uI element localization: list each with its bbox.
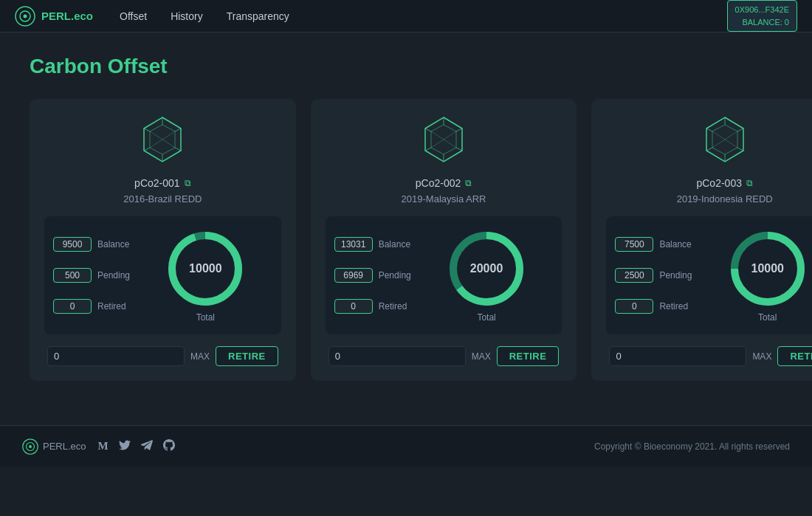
retired-label: Retired (97, 301, 126, 312)
token-subtitle: 2019-Indonesia REDD (677, 193, 773, 204)
donut-wrapper: 10000 Total (701, 228, 812, 323)
footer-icons: M (98, 439, 175, 454)
token-subtitle: 2016-Brazil REDD (123, 193, 202, 204)
retire-input[interactable] (328, 346, 466, 366)
retired-value: 0 (334, 299, 373, 314)
svg-line-20 (456, 148, 462, 151)
token-name: pCo2-001 (134, 177, 180, 189)
svg-line-18 (425, 128, 431, 131)
donut-container: 10000 (727, 228, 808, 309)
cards-row: pCo2-001 ⧉ 2016-Brazil REDD 9500 Balance… (30, 99, 782, 381)
svg-line-34 (706, 148, 712, 151)
stats-panel: 9500 Balance 500 Pending 0 Retired (44, 216, 281, 334)
pending-label: Pending (97, 270, 130, 281)
footer-logo-icon (22, 438, 38, 455)
balance-value: 9500 (53, 237, 92, 252)
total-label: Total (477, 312, 495, 323)
donut-wrapper: 10000 Total (139, 228, 272, 323)
retire-input[interactable] (47, 346, 185, 366)
retire-button[interactable]: RETIRE (777, 346, 812, 366)
twitter-icon[interactable] (119, 440, 131, 453)
external-link-icon[interactable]: ⧉ (185, 178, 191, 188)
card-pco2-001: pCo2-001 ⧉ 2016-Brazil REDD 9500 Balance… (30, 99, 296, 381)
stats-labels: 7500 Balance 2500 Pending 0 Retired (615, 237, 692, 314)
token-name-row: pCo2-003 ⧉ (696, 177, 753, 189)
donut-container: 20000 (446, 228, 527, 309)
stats-panel: 13031 Balance 6969 Pending 0 Retired (326, 216, 562, 334)
retire-button[interactable]: RETIRE (216, 346, 278, 366)
svg-line-19 (456, 128, 462, 131)
balance-label: Balance (379, 239, 410, 250)
retire-row: MAX RETIRE (44, 346, 281, 366)
stats-panel: 7500 Balance 2500 Pending 0 Retired (606, 216, 812, 334)
footer-copyright: Copyright © Bioeconomy 2021. All rights … (594, 441, 790, 452)
balance-row: 7500 Balance (615, 237, 692, 252)
token-icon-1 (418, 114, 469, 165)
balance-row: 13031 Balance (334, 237, 411, 252)
balance-value: 13031 (334, 237, 373, 252)
balance-value: 7500 (615, 237, 653, 252)
main-content: Carbon Offset pCo2-001 ⧉ 2016-Brazil RED… (0, 32, 812, 403)
pending-row: 2500 Pending (615, 268, 692, 283)
nav-transparency[interactable]: Transparency (218, 0, 298, 32)
medium-icon[interactable]: M (98, 440, 109, 453)
retire-button[interactable]: RETIRE (497, 346, 560, 366)
token-name: pCo2-003 (696, 177, 742, 189)
pending-value: 6969 (334, 268, 373, 283)
nav-history[interactable]: History (162, 0, 212, 32)
total-label: Total (758, 312, 777, 323)
max-label: MAX (190, 351, 210, 362)
token-icon-2 (699, 114, 751, 165)
perl-eco-logo-icon (15, 6, 35, 27)
external-link-icon[interactable]: ⧉ (746, 178, 753, 188)
pending-value: 2500 (615, 268, 653, 283)
token-name-row: pCo2-002 ⧉ (416, 177, 472, 189)
nav-offset[interactable]: Offset (111, 0, 156, 32)
footer: PERL.eco M Copyright © Bioeconomy 2021. … (0, 425, 812, 467)
retire-row: MAX RETIRE (606, 346, 812, 366)
balance-row: 9500 Balance (53, 237, 130, 252)
svg-line-32 (737, 128, 743, 131)
token-name-row: pCo2-001 ⧉ (134, 177, 191, 189)
svg-point-44 (29, 445, 32, 448)
wallet-badge[interactable]: 0X906...F342E BALANCE: 0 (727, 0, 797, 32)
retire-row: MAX RETIRE (326, 346, 562, 366)
footer-logo: PERL.eco (22, 438, 86, 455)
pending-value: 500 (53, 268, 92, 283)
retired-row: 0 Retired (334, 299, 411, 314)
svg-line-8 (144, 148, 150, 151)
token-subtitle: 2019-Malaysia ARR (402, 193, 486, 204)
token-icon-0 (137, 114, 188, 165)
stats-labels: 9500 Balance 500 Pending 0 Retired (53, 237, 130, 314)
retired-row: 0 Retired (53, 299, 130, 314)
pending-label: Pending (379, 270, 411, 281)
retired-row: 0 Retired (615, 299, 692, 314)
footer-left: PERL.eco M (22, 438, 175, 455)
main-nav: Offset History Transparency (111, 0, 727, 32)
svg-line-5 (144, 128, 150, 131)
balance-label: Balance (97, 239, 129, 250)
stats-labels: 13031 Balance 6969 Pending 0 Retired (334, 237, 411, 314)
donut-container: 10000 (165, 228, 246, 309)
wallet-balance: BALANCE: 0 (735, 16, 789, 29)
svg-line-6 (175, 128, 181, 131)
donut-wrapper: 20000 Total (420, 228, 554, 323)
wallet-address: 0X906...F342E (735, 4, 789, 16)
page-title: Carbon Offset (30, 55, 782, 78)
card-pco2-003: pCo2-003 ⧉ 2019-Indonesia REDD 7500 Bala… (591, 99, 812, 381)
github-icon[interactable] (163, 439, 175, 454)
svg-point-2 (24, 14, 27, 18)
external-link-icon[interactable]: ⧉ (465, 178, 472, 188)
pending-row: 500 Pending (53, 268, 130, 283)
svg-line-21 (425, 148, 431, 151)
telegram-icon[interactable] (141, 440, 153, 453)
pending-row: 6969 Pending (334, 268, 411, 283)
footer-logo-text: PERL.eco (43, 441, 86, 452)
total-label: Total (196, 312, 215, 323)
retired-label: Retired (379, 301, 407, 312)
card-pco2-002: pCo2-002 ⧉ 2019-Malaysia ARR 13031 Balan… (311, 99, 577, 381)
max-label: MAX (752, 351, 771, 362)
retire-input[interactable] (609, 346, 746, 366)
retired-value: 0 (615, 299, 653, 314)
balance-label: Balance (659, 239, 691, 250)
